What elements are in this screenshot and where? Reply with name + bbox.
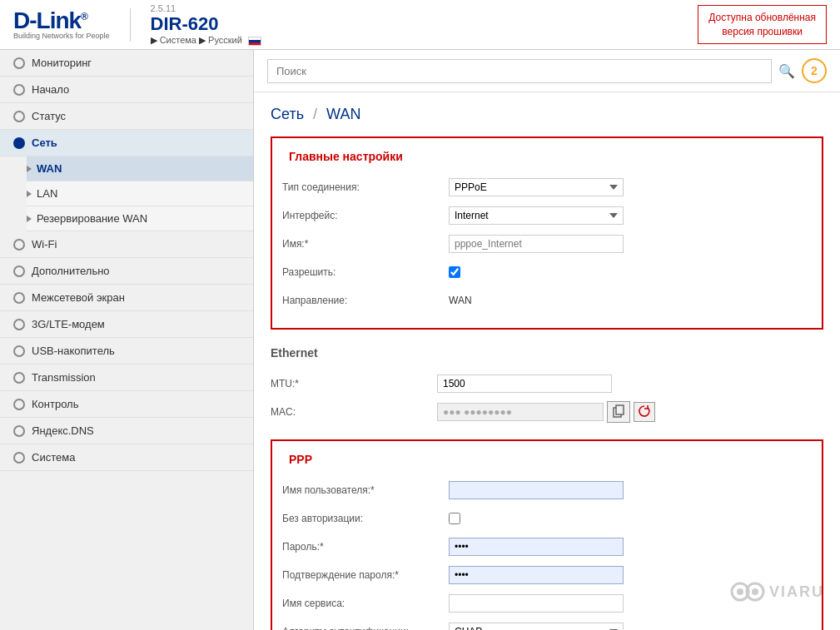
username-input[interactable]: [449, 481, 624, 499]
mac-row: MAC: ●●● ●●●●●●●●: [271, 401, 823, 423]
monitoring-icon: [13, 57, 25, 69]
sidebar-item-status[interactable]: Статус: [0, 103, 253, 130]
interface-select[interactable]: Internet: [449, 206, 624, 225]
usb-icon: [13, 345, 25, 357]
yandex-icon: [13, 425, 25, 437]
sidebar-item-monitoring[interactable]: Мониторинг: [0, 50, 253, 77]
sidebar-item-label: Система: [32, 451, 75, 464]
dlink-logo: D-Link® Building Networks for People: [13, 9, 110, 40]
sidebar-item-label: Межсетевой экран: [32, 291, 125, 304]
sidebar-item-wan-reserve[interactable]: Резервирование WAN: [27, 206, 253, 231]
sidebar-item-label: 3G/LTE-модем: [32, 318, 105, 330]
no-auth-label: Без авторизации:: [282, 513, 449, 524]
connection-name-row: Имя:*: [282, 233, 812, 255]
auth-algorithm-row: Алгоритм аутентификации: AUTO PAP CHAP M…: [282, 621, 812, 630]
sidebar-item-label: Статус: [32, 110, 66, 122]
search-bar: 🔍 2: [254, 50, 840, 92]
sidebar-sub-network: WAN LAN Резервирование WAN: [0, 156, 253, 231]
arrow-icon: [27, 216, 32, 222]
breadcrumb-lang[interactable]: Русский: [208, 35, 242, 45]
password-input[interactable]: [449, 538, 624, 556]
sidebar-item-label: Контроль: [32, 398, 78, 410]
direction-row: Направление: WAN: [282, 290, 812, 311]
wifi-icon: [13, 239, 25, 251]
arrow-icon: [27, 191, 32, 197]
mac-input-area: ●●● ●●●●●●●●: [437, 401, 655, 423]
search-button[interactable]: 🔍: [778, 63, 795, 79]
username-label: Имя пользователя:*: [282, 484, 449, 496]
sidebar-item-yandex[interactable]: Яндекс.DNS: [0, 418, 253, 444]
allow-label: Разрешить:: [282, 266, 449, 278]
sidebar-item-3g[interactable]: 3G/LTE-модем: [0, 311, 253, 338]
breadcrumb: ▶ Система ▶ Русский: [151, 35, 261, 46]
sidebar-item-control[interactable]: Контроль: [0, 391, 253, 418]
allow-row: Разрешить:: [282, 261, 812, 283]
ppp-title: PPP: [282, 448, 812, 471]
direction-label: Направление:: [282, 295, 449, 306]
sidebar-item-label: Дополнительно: [32, 265, 110, 277]
svg-rect-1: [616, 405, 624, 414]
sidebar-item-lan[interactable]: LAN: [27, 181, 253, 206]
sidebar-item-label: USB-накопитель: [32, 345, 115, 357]
sidebar: Мониторинг Начало Статус Сеть WAN LAN: [0, 50, 254, 630]
firmware-notice-area: Доступна обновлённая версия прошивки: [698, 5, 827, 45]
eth-mtu-input[interactable]: [437, 375, 612, 393]
system-icon: [13, 452, 25, 464]
confirm-password-input[interactable]: [449, 566, 624, 584]
page-title: Сеть / WAN: [271, 106, 823, 123]
mac-reset-button[interactable]: [634, 402, 655, 422]
service-name-input[interactable]: [449, 594, 624, 613]
allow-checkbox[interactable]: [449, 266, 460, 278]
auth-algorithm-select[interactable]: AUTO PAP CHAP MS-CHAP MS-CHAPv2: [449, 623, 624, 630]
sidebar-item-advanced[interactable]: Дополнительно: [0, 258, 253, 285]
sidebar-item-label: Transmission: [32, 371, 96, 384]
control-icon: [13, 399, 25, 410]
ethernet-section: Ethernet MTU:* MAC: ●●● ●●●●●●●●: [271, 346, 823, 423]
search-input[interactable]: [267, 59, 772, 83]
sidebar-item-usb[interactable]: USB-накопитель: [0, 338, 253, 365]
sidebar-item-system[interactable]: Система: [0, 444, 253, 471]
mac-copy-button[interactable]: [607, 401, 630, 423]
sidebar-item-label: LAN: [37, 187, 57, 200]
eth-mtu-label: MTU:*: [271, 378, 437, 389]
sidebar-item-transmission[interactable]: Transmission: [0, 365, 253, 391]
auth-algorithm-label: Алгоритм аутентификации:: [282, 626, 449, 630]
password-row: Пароль:*: [282, 536, 812, 558]
firmware-notice[interactable]: Доступна обновлённая версия прошивки: [698, 5, 827, 45]
advanced-icon: [13, 265, 25, 277]
3g-icon: [13, 319, 25, 330]
help-button[interactable]: 2: [802, 58, 827, 83]
copy-icon: [612, 404, 625, 418]
mac-label: MAC:: [271, 406, 437, 418]
no-auth-checkbox[interactable]: [449, 513, 460, 524]
main-settings-section: Главные настройки Тип соединения: PPPoE …: [271, 136, 823, 330]
sidebar-item-label: Резервирование WAN: [37, 212, 147, 225]
reset-icon: [638, 404, 651, 418]
service-name-label: Имя сервиса:: [282, 598, 449, 609]
interface-label: Интерфейс:: [282, 210, 449, 221]
sidebar-item-label: Яндекс.DNS: [32, 424, 94, 437]
model-name: 2.5.11 DIR-620: [151, 3, 261, 35]
sidebar-item-wifi[interactable]: Wi-Fi: [0, 231, 253, 258]
arrow-icon: [27, 166, 32, 172]
connection-type-row: Тип соединения: PPPoE: [282, 176, 812, 198]
sidebar-item-home[interactable]: Начало: [0, 77, 253, 103]
connection-name-input[interactable]: [449, 235, 624, 253]
logo-area: D-Link® Building Networks for People 2.5…: [13, 3, 261, 46]
main-settings-title: Главные настройки: [282, 145, 812, 168]
sidebar-item-network[interactable]: Сеть: [0, 130, 253, 156]
network-icon: [13, 137, 25, 149]
home-icon: [13, 84, 25, 96]
mac-select[interactable]: ●●● ●●●●●●●●: [437, 403, 604, 421]
direction-value: WAN: [449, 295, 812, 306]
sidebar-item-firewall[interactable]: Межсетевой экран: [0, 285, 253, 311]
page-content: Сеть / WAN Главные настройки Тип соедине…: [254, 92, 840, 630]
password-label: Пароль:*: [282, 541, 449, 553]
firewall-icon: [13, 292, 25, 304]
breadcrumb-system[interactable]: Система: [160, 35, 196, 45]
sidebar-item-wan[interactable]: WAN: [27, 156, 253, 181]
tagline: Building Networks for People: [13, 32, 110, 40]
connection-type-select[interactable]: PPPoE: [449, 178, 624, 196]
status-icon: [13, 111, 25, 122]
interface-row: Интерфейс: Internet: [282, 205, 812, 226]
